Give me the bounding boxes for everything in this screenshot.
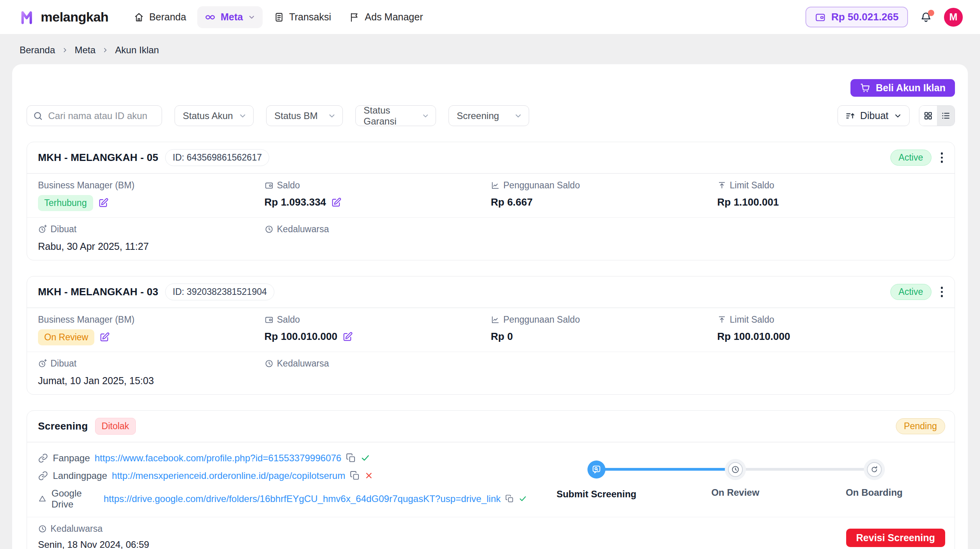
wallet-balance-button[interactable]: Rp 50.021.265: [805, 7, 908, 27]
chevron-right-icon: [102, 47, 109, 54]
stat-label-text: Kedaluwarsa: [277, 224, 329, 235]
step-on-boarding: On Boarding: [805, 461, 944, 500]
search-input[interactable]: [27, 105, 162, 126]
limit-arrow-icon: [717, 181, 726, 190]
notifications-button[interactable]: [920, 11, 932, 23]
limit-arrow-icon: [717, 315, 726, 324]
top-nav-bar: melangkah Beranda Meta Transaksi Ad: [0, 0, 980, 34]
filter-row: Status Akun Status BM Status Garansi Scr…: [27, 105, 955, 126]
stat-label-text: Business Manager (BM): [38, 314, 135, 325]
wallet-icon: [265, 181, 274, 190]
nav-label: Meta: [221, 11, 243, 23]
line-chart-icon: [491, 181, 500, 190]
buy-ad-account-button[interactable]: Beli Akun Iklan: [850, 79, 955, 97]
stat-penggunaan: Penggunaan Saldo Rp 0: [491, 314, 717, 345]
link-label: Landingpage: [53, 470, 107, 481]
wallet-icon: [265, 315, 274, 324]
check-icon: [519, 494, 527, 504]
bm-status-badge: Terhubung: [38, 195, 93, 211]
breadcrumb: Beranda Meta Akun Iklan: [0, 34, 980, 64]
revisi-screening-button[interactable]: Revisi Screening: [846, 529, 945, 547]
stat-label-text: Kedaluwarsa: [50, 524, 103, 534]
notification-dot: [928, 10, 934, 16]
stat-bm: Business Manager (BM) On Review: [38, 314, 265, 345]
stat-label-text: Business Manager (BM): [38, 180, 135, 191]
check-icon: [360, 453, 370, 463]
step-label: On Boarding: [846, 487, 903, 498]
stat-label-text: Penggunaan Saldo: [503, 180, 580, 191]
clock-plus-icon: [38, 225, 47, 234]
chevron-down-icon: [422, 112, 429, 120]
link-icon: [38, 453, 48, 463]
stat-saldo: Saldo Rp 1.093.334: [265, 180, 491, 211]
copy-icon[interactable]: [346, 453, 356, 463]
main-content-card: Beli Akun Iklan Status Akun Status BM St…: [12, 64, 968, 549]
list-view-button[interactable]: [937, 106, 955, 126]
filter-status-akun[interactable]: Status Akun: [175, 105, 254, 126]
edit-icon[interactable]: [342, 331, 353, 342]
nav-item-transaksi[interactable]: Transaksi: [267, 6, 338, 28]
grid-view-button[interactable]: [919, 106, 937, 126]
filter-screening[interactable]: Screening: [449, 105, 529, 126]
edit-icon[interactable]: [99, 332, 110, 343]
flag-icon: [349, 12, 360, 23]
edit-icon[interactable]: [98, 197, 109, 208]
melangkah-logo-icon: [20, 9, 37, 26]
filter-label: Status Garansi: [364, 105, 422, 127]
landingpage-link[interactable]: http://mensxperienceid.orderonline.id/pa…: [112, 470, 345, 481]
grid-icon: [923, 111, 933, 121]
step-label: Submit Screening: [557, 489, 636, 500]
buy-button-label: Beli Akun Iklan: [876, 82, 946, 94]
penggunaan-value: Rp 0: [491, 330, 513, 343]
nav-item-ads-manager[interactable]: Ads Manager: [342, 6, 430, 28]
screening-status-badge: Pending: [896, 418, 945, 434]
kebab-menu-icon[interactable]: [939, 150, 946, 165]
breadcrumb-beranda[interactable]: Beranda: [20, 45, 55, 56]
stat-dibuat: Dibuat Rabu, 30 Apr 2025, 11:27: [38, 224, 265, 254]
account-name: MKH - MELANGKAH - 05: [38, 152, 158, 164]
filter-status-bm[interactable]: Status BM: [266, 105, 343, 126]
copy-icon[interactable]: [350, 471, 360, 480]
screening-links: Fanpage https://www.facebook.com/profile…: [38, 451, 527, 510]
google-drive-link[interactable]: https://drive.google.com/drive/folders/1…: [104, 493, 501, 504]
main-nav: Beranda Meta Transaksi Ads Manager: [126, 6, 430, 28]
search-icon: [33, 111, 43, 121]
line-chart-icon: [491, 315, 500, 324]
screening-result-badge: Ditolak: [95, 418, 136, 435]
brand-logo[interactable]: melangkah: [20, 9, 108, 26]
avatar[interactable]: M: [944, 8, 963, 27]
edit-icon[interactable]: [331, 197, 342, 208]
stat-label-text: Kedaluwarsa: [277, 358, 329, 369]
chevron-down-icon: [328, 112, 336, 120]
stat-dibuat: Dibuat Jumat, 10 Jan 2025, 15:03: [38, 358, 265, 388]
filter-label: Status BM: [274, 110, 318, 121]
link-row-fanpage: Fanpage https://www.facebook.com/profile…: [38, 453, 527, 464]
status-badge: Active: [890, 284, 931, 300]
stat-kedaluwarsa: Kedaluwarsa: [265, 224, 491, 254]
sort-dropdown[interactable]: Dibuat: [838, 105, 910, 126]
chevron-down-icon: [514, 112, 522, 120]
screening-card: Screening Ditolak Pending Fanpage https:…: [27, 410, 955, 549]
kebab-menu-icon[interactable]: [939, 284, 946, 300]
link-icon: [38, 471, 48, 481]
copy-icon[interactable]: [505, 494, 514, 504]
search-box: [27, 105, 162, 126]
nav-item-beranda[interactable]: Beranda: [126, 6, 193, 28]
breadcrumb-meta[interactable]: Meta: [75, 45, 95, 56]
chevron-down-icon: [894, 112, 902, 120]
limit-value: Rp 100.010.000: [717, 330, 790, 343]
stat-bm: Business Manager (BM) Terhubung: [38, 180, 265, 211]
meta-infinity-icon: [204, 11, 216, 23]
fanpage-link[interactable]: https://www.facebook.com/profile.php?id=…: [95, 453, 341, 464]
stat-limit: Limit Saldo Rp 1.100.001: [717, 180, 944, 211]
nav-label: Beranda: [149, 11, 186, 23]
clock-plus-icon: [38, 359, 47, 368]
dibuat-value: Rabu, 30 Apr 2025, 11:27: [38, 241, 149, 252]
nav-item-meta[interactable]: Meta: [197, 6, 263, 28]
stat-label-text: Saldo: [277, 314, 300, 325]
step-submit-screening: Submit Screening: [527, 461, 666, 500]
home-icon: [133, 12, 144, 23]
filter-status-garansi[interactable]: Status Garansi: [355, 105, 436, 126]
stat-penggunaan: Penggunaan Saldo Rp 6.667: [491, 180, 717, 211]
chevron-down-icon: [238, 112, 247, 120]
